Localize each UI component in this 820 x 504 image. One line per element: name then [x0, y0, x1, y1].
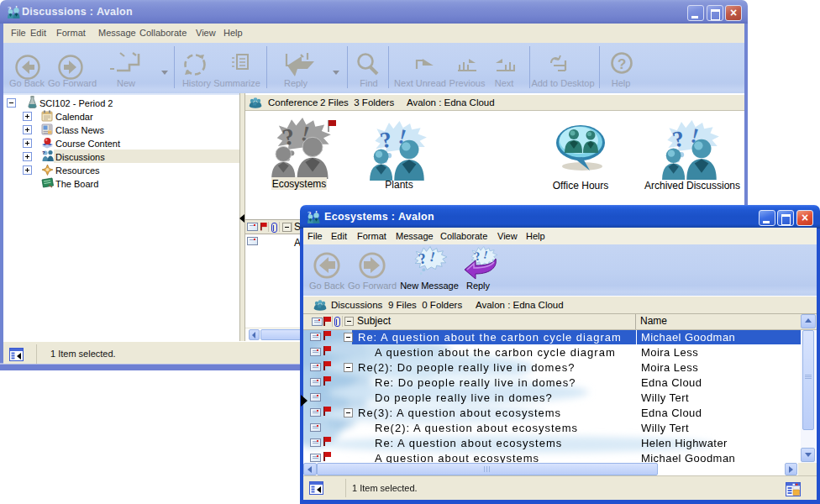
svg-text:?: ? — [618, 56, 626, 72]
svg-text:?: ? — [42, 150, 45, 155]
